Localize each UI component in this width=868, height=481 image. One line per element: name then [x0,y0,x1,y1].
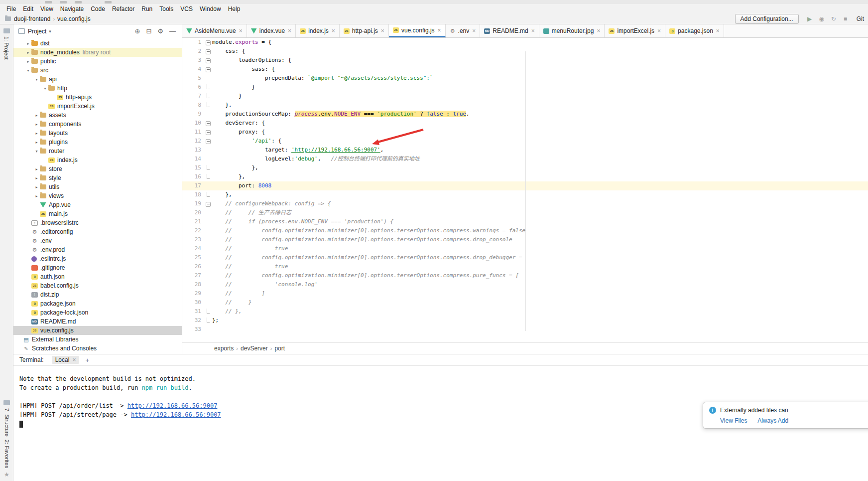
tree-item-plugins[interactable]: ▸plugins [13,138,182,147]
tree-item-dist[interactable]: ▸dist [13,39,182,48]
view-files-link[interactable]: View Files [720,417,747,424]
tree-item-node-modules[interactable]: ▸node_moduleslibrary root [13,48,182,57]
editor-tab-vue-config-js[interactable]: vue.config.js× [389,24,446,37]
menu-item-refactor[interactable]: Refactor [109,5,138,12]
chevron-collapsed-icon[interactable]: ▸ [33,122,40,127]
breadcrumb-project[interactable]: duoji-frontend [14,15,50,22]
hide-panel-icon[interactable]: — [169,27,176,35]
fold-start-icon[interactable] [204,56,212,65]
close-icon[interactable]: × [288,27,291,34]
menu-item-file[interactable]: File [3,5,19,12]
tree-item-package-json[interactable]: package.json [13,299,182,308]
menu-item-run[interactable]: Run [138,5,156,12]
tree-item-public[interactable]: ▸public [13,57,182,66]
close-icon[interactable]: × [239,27,243,34]
profiler-icon[interactable]: ↻ [829,15,839,22]
tree-item-editorconfig[interactable]: .editorconfig [13,227,182,236]
new-terminal-icon[interactable]: + [85,356,89,364]
close-icon[interactable]: × [438,27,441,34]
fold-end-icon[interactable] [204,163,212,172]
stripe-structure-button[interactable]: 7: Structure [4,408,10,437]
editor-tab-index-js[interactable]: index.js× [296,24,340,37]
tree-item-router[interactable]: ▾router [13,147,182,156]
tree-item-store[interactable]: ▸store [13,164,182,173]
chevron-collapsed-icon[interactable]: ▸ [25,50,31,55]
tree-item-app-vue[interactable]: App.vue [13,200,182,209]
menu-item-navigate[interactable]: Navigate [57,5,87,12]
chevron-collapsed-icon[interactable]: ▸ [25,59,31,64]
chevron-collapsed-icon[interactable]: ▸ [25,41,31,46]
tree-item-eslintrc-js[interactable]: .eslintrc.js [13,254,182,263]
menu-item-vcs[interactable]: VCS [177,5,196,12]
chevron-expanded-icon[interactable]: ▾ [33,149,40,154]
tree-item-layouts[interactable]: ▸layouts [13,129,182,138]
close-icon[interactable]: × [72,356,76,363]
close-icon[interactable]: × [381,27,384,34]
chevron-collapsed-icon[interactable]: ▸ [33,113,40,118]
git-widget[interactable]: Git [852,15,864,22]
menu-item-tools[interactable]: Tools [156,5,177,12]
terminal-link[interactable]: http://192.168.66.56:9007 [127,402,218,409]
editor-tab-http-api-js[interactable]: http-api.js× [340,24,389,37]
chevron-collapsed-icon[interactable]: ▸ [33,167,40,171]
tree-item-http-api-js[interactable]: http-api.js [13,93,182,102]
locate-file-icon[interactable]: ⊕ [135,27,140,35]
terminal-link[interactable]: http://192.168.66.56:9007 [131,411,221,418]
tree-item-dist-zip[interactable]: dist.zip [13,290,182,299]
fold-start-icon[interactable] [204,128,212,137]
menu-item-window[interactable]: Window [196,5,225,12]
fold-end-icon[interactable] [204,172,212,181]
tree-item-views[interactable]: ▸views [13,191,182,200]
editor-tab-importexcel-js[interactable]: importExcel.js× [605,24,665,37]
tree-item-components[interactable]: ▸components [13,120,182,129]
tree-item-babel-config-js[interactable]: babel.config.js [13,281,182,290]
close-icon[interactable]: × [531,27,535,34]
tree-item-gitignore[interactable]: .gitignore [13,263,182,272]
tree-item-package-lock-json[interactable]: package-lock.json [13,308,182,317]
menu-item-help[interactable]: Help [225,5,244,12]
stop-icon[interactable]: ■ [841,15,851,22]
breadcrumb-devserver[interactable]: devServer [241,345,268,352]
chevron-expanded-icon[interactable]: ▾ [25,68,31,73]
fold-end-icon[interactable] [204,101,212,110]
menu-item-code[interactable]: Code [87,5,109,12]
tree-item-external-libraries[interactable]: External Libraries [13,335,182,344]
tree-item-assets[interactable]: ▸assets [13,111,182,120]
editor-tab-env[interactable]: .env× [446,24,481,37]
tree-item-readme-md[interactable]: README.md [13,317,182,326]
fold-start-icon[interactable] [204,137,212,146]
breadcrumb-file[interactable]: vue.config.js [57,15,91,22]
project-panel-title[interactable]: Project [28,28,46,35]
tree-item-http[interactable]: ▾http [13,84,182,93]
chevron-expanded-icon[interactable]: ▾ [42,86,48,91]
code-line-1[interactable]: 1module.exports = { [182,38,868,47]
editor-tab-menurouter-jpg[interactable]: menuRouter.jpg× [539,24,605,37]
collapse-all-icon[interactable]: ⊟ [146,27,151,35]
menu-item-view[interactable]: View [37,5,57,12]
fold-end-icon[interactable] [204,83,212,92]
breadcrumb-port[interactable]: port [274,345,285,352]
tree-item-auth-json[interactable]: auth.json [13,272,182,281]
breadcrumb-exports[interactable]: exports [214,345,234,352]
close-icon[interactable]: × [657,27,661,34]
stripe-project-button[interactable]: 1: Project [3,36,9,59]
chevron-collapsed-icon[interactable]: ▸ [33,194,40,198]
favorites-star-icon[interactable]: ★ [0,471,13,478]
tree-item-api[interactable]: ▾api [13,75,182,84]
terminal-title[interactable]: Terminal: [19,356,44,363]
editor-tab-package-json[interactable]: package.json× [665,24,724,37]
fold-end-icon[interactable] [204,307,212,316]
editor-tab-asidemenu-vue[interactable]: AsideMenu.vue× [182,24,247,37]
chevron-collapsed-icon[interactable]: ▸ [33,131,40,136]
fold-start-icon[interactable] [204,119,212,128]
chevron-down-icon[interactable]: ▾ [49,29,51,34]
fold-start-icon[interactable] [204,65,212,74]
menu-item-edit[interactable]: Edit [19,5,37,12]
tree-item-index-js[interactable]: index.js [13,156,182,164]
tree-item-vue-config-js[interactable]: vue.config.js [13,326,182,335]
close-icon[interactable]: × [716,27,720,34]
chevron-collapsed-icon[interactable]: ▸ [33,185,40,189]
gear-icon[interactable]: ⚙ [157,27,163,35]
run-icon[interactable]: ▶ [805,15,815,22]
debug-icon[interactable]: ◉ [817,15,827,22]
